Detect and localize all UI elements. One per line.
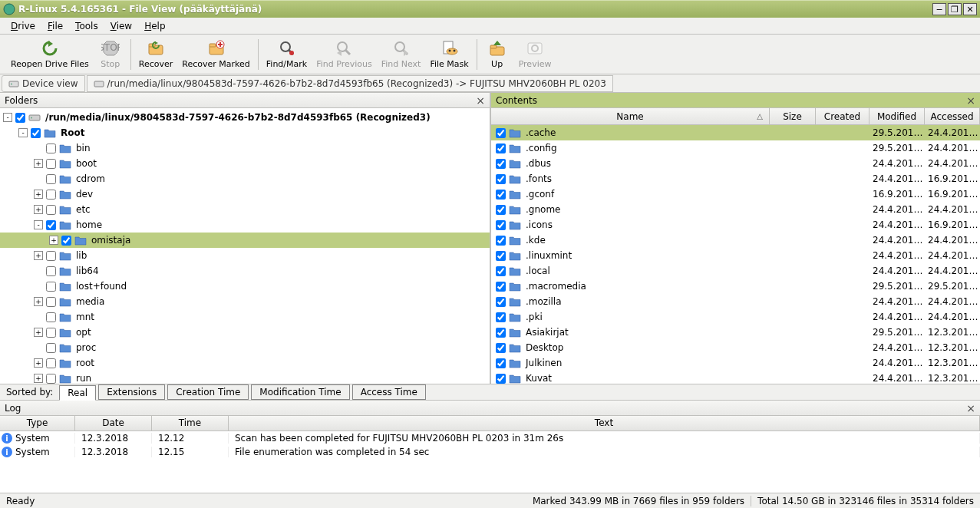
mark-checkbox[interactable] [46,174,56,184]
mark-checkbox[interactable] [496,328,506,338]
mark-checkbox[interactable] [496,143,506,153]
expander-icon[interactable]: + [34,328,43,337]
close-icon[interactable]: × [966,402,975,414]
toolbar-reopen[interactable]: Reopen Drive Files [6,38,94,71]
file-row[interactable]: .cache29.5.201…24.4.201… [491,125,980,140]
toolbar-up[interactable]: Up [480,38,514,71]
mark-checkbox[interactable] [496,251,506,261]
mark-checkbox[interactable] [15,113,25,123]
tree-item-run[interactable]: +run [0,371,490,384]
mark-checkbox[interactable] [46,190,56,200]
mark-checkbox[interactable] [46,312,56,322]
file-row[interactable]: Asiakirjat29.5.201…12.3.201… [491,325,980,340]
expander-icon[interactable]: - [34,220,43,229]
col-name[interactable]: Name△ [491,108,770,124]
tree-item-boot[interactable]: +boot [0,156,490,171]
mark-checkbox[interactable] [46,251,56,261]
toolbar-file-mask[interactable]: File Mask [425,38,473,71]
menu-drive[interactable]: Drive [5,19,41,33]
expander-icon[interactable]: + [34,251,43,260]
file-row[interactable]: .local24.4.201…24.4.201… [491,263,980,279]
mark-checkbox[interactable] [496,266,506,276]
file-row[interactable]: .kde24.4.201…24.4.201… [491,233,980,248]
mark-checkbox[interactable] [496,312,506,322]
col-size[interactable]: Size [770,108,816,124]
mark-checkbox[interactable] [496,174,506,184]
tree-item-proc[interactable]: proc [0,340,490,355]
file-row[interactable]: .gnome24.4.201…24.4.201… [491,202,980,217]
file-row[interactable]: .config29.5.201…24.4.201… [491,140,980,156]
file-row[interactable]: .mozilla24.4.201…24.4.201… [491,294,980,309]
tree-root-folder[interactable]: -Root [0,125,490,140]
toolbar-find-mark[interactable]: Find/Mark [262,38,312,71]
col-time[interactable]: Time [152,416,229,430]
tree-item-lost+found[interactable]: lost+found [0,279,490,294]
file-row[interactable]: Julkinen24.4.201…12.3.201… [491,355,980,371]
minimize-button[interactable]: ─ [932,3,946,15]
mark-checkbox[interactable] [46,266,56,276]
mark-checkbox[interactable] [496,220,506,230]
mark-checkbox[interactable] [46,328,56,338]
expander-icon[interactable]: + [34,205,43,214]
toolbar-recover-marked[interactable]: Recover Marked [177,38,254,71]
mark-checkbox[interactable] [46,374,56,384]
close-icon[interactable]: × [966,94,975,107]
file-row[interactable]: Desktop24.4.201…12.3.201… [491,340,980,355]
expander-icon[interactable]: + [34,190,43,199]
mark-checkbox[interactable] [496,236,506,246]
expander-icon[interactable]: + [34,374,43,383]
tree-root[interactable]: -/run/media/linux/9804583d-7597-4626-b7b… [0,110,490,125]
file-row[interactable]: Kuvat24.4.201…12.3.201… [491,371,980,384]
mark-checkbox[interactable] [61,236,71,246]
mark-checkbox[interactable] [46,358,56,368]
mark-checkbox[interactable] [496,205,506,215]
expander-icon[interactable]: + [34,297,43,306]
col-date[interactable]: Date [75,416,152,430]
close-button[interactable]: ✕ [963,3,977,15]
mark-checkbox[interactable] [496,190,506,200]
mark-checkbox[interactable] [46,343,56,353]
tree-item-dev[interactable]: +dev [0,186,490,202]
sort-tab-modification-time[interactable]: Modification Time [251,384,349,400]
expander-icon[interactable]: + [34,159,43,168]
toolbar-recover[interactable]: Recover [134,38,178,71]
folder-tree[interactable]: -/run/media/linux/9804583d-7597-4626-b7b… [0,108,490,384]
col-created[interactable]: Created [816,108,869,124]
tree-item-omistaja[interactable]: +omistaja [0,233,490,248]
file-row[interactable]: .dbus24.4.201…24.4.201… [491,156,980,171]
close-icon[interactable]: × [476,94,485,107]
log-row[interactable]: iSystem12.3.201812.15File enumeration wa… [0,445,980,459]
mark-checkbox[interactable] [31,128,41,138]
col-type[interactable]: Type [0,416,75,430]
maximize-button[interactable]: ❐ [948,3,962,15]
tree-item-lib64[interactable]: lib64 [0,263,490,279]
expander-icon[interactable]: - [3,113,12,122]
file-row[interactable]: .macromedia29.5.201…29.5.201… [491,279,980,294]
tree-item-lib[interactable]: +lib [0,248,490,263]
menu-file[interactable]: File [41,19,69,33]
expander-icon[interactable]: + [49,236,58,245]
mark-checkbox[interactable] [496,374,506,384]
mark-checkbox[interactable] [496,358,506,368]
mark-checkbox[interactable] [46,220,56,230]
mark-checkbox[interactable] [46,159,56,169]
tree-item-home[interactable]: -home [0,217,490,233]
device-view-tab[interactable]: Device view [2,75,85,92]
file-row[interactable]: .pki24.4.201…24.4.201… [491,309,980,325]
menu-view[interactable]: View [104,19,138,33]
tree-item-mnt[interactable]: mnt [0,309,490,325]
col-text[interactable]: Text [229,416,980,430]
expander-icon[interactable]: + [34,358,43,368]
tree-item-media[interactable]: +media [0,294,490,309]
tree-item-opt[interactable]: +opt [0,325,490,340]
file-row[interactable]: .icons24.4.201…16.9.201… [491,217,980,233]
mark-checkbox[interactable] [46,297,56,307]
tree-item-root[interactable]: +root [0,355,490,371]
tree-item-etc[interactable]: +etc [0,202,490,217]
sort-tab-access-time[interactable]: Access Time [352,384,426,400]
path-tab[interactable]: /run/media/linux/9804583d-7597-4626-b7b2… [87,75,613,92]
mark-checkbox[interactable] [46,143,56,153]
mark-checkbox[interactable] [496,128,506,138]
mark-checkbox[interactable] [496,343,506,353]
menu-help[interactable]: Help [138,19,171,33]
